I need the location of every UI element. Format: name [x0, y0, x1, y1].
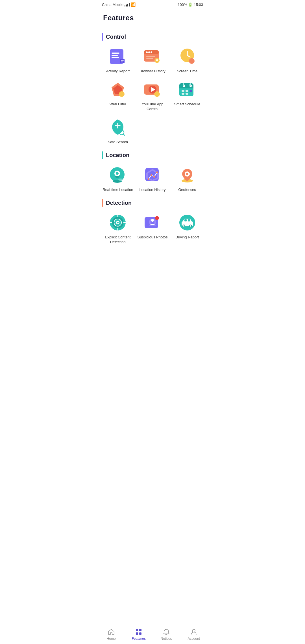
svg-rect-16 — [156, 60, 158, 61]
section-title-control: Control — [106, 34, 126, 40]
svg-rect-79 — [136, 632, 138, 635]
nav-features-label: Features — [132, 637, 146, 641]
nav-account[interactable]: Account — [180, 628, 208, 641]
section-header-location: Location — [102, 151, 203, 159]
section-header-detection: Detection — [102, 199, 203, 207]
status-left: China Mobile 📶 — [102, 2, 136, 7]
battery-icon: 🔋 — [188, 3, 193, 7]
nav-notices-label: Notices — [161, 637, 172, 641]
svg-rect-78 — [139, 629, 141, 631]
svg-point-50 — [153, 176, 155, 178]
svg-point-48 — [148, 178, 149, 180]
battery-level: 100% — [178, 3, 187, 7]
svg-point-23 — [154, 91, 160, 97]
feature-safe-search[interactable]: Safe Search — [102, 117, 134, 145]
svg-rect-72 — [188, 219, 190, 221]
svg-point-51 — [156, 171, 158, 173]
realtime-location-icon — [108, 165, 128, 185]
section-bar-control — [102, 33, 103, 41]
svg-rect-5 — [121, 60, 124, 61]
section-title-detection: Detection — [106, 200, 132, 206]
svg-rect-33 — [189, 90, 192, 92]
feature-geofences[interactable]: Geofences — [171, 165, 203, 192]
svg-rect-3 — [112, 57, 119, 58]
svg-point-59 — [117, 222, 119, 223]
notices-icon — [163, 628, 170, 636]
explicit-content-label: Explicit Content Detection — [102, 235, 134, 245]
driving-report-label: Driving Report — [175, 235, 199, 240]
svg-point-81 — [192, 629, 195, 632]
nav-features[interactable]: Features — [125, 628, 153, 641]
svg-point-76 — [190, 225, 191, 227]
feature-driving-report[interactable]: Driving Report — [171, 212, 203, 245]
section-header-control: Control — [102, 33, 203, 41]
geofences-icon — [177, 165, 197, 185]
svg-rect-1 — [112, 53, 119, 54]
nav-home[interactable]: Home — [97, 628, 125, 641]
screen-time-label: Screen Time — [177, 69, 197, 74]
explicit-content-icon — [108, 212, 128, 233]
svg-point-49 — [151, 174, 152, 176]
feature-explicit-content[interactable]: Explicit Content Detection — [102, 212, 134, 245]
screen-time-icon — [177, 46, 197, 67]
svg-point-9 — [146, 51, 148, 53]
feature-suspicious-photos[interactable]: Suspicious Photos — [137, 212, 169, 245]
detection-grid: Explicit Content Detection — [102, 212, 203, 245]
svg-point-74 — [183, 225, 184, 227]
safe-search-icon — [108, 117, 128, 138]
section-title-location: Location — [106, 152, 129, 158]
suspicious-photos-icon — [142, 212, 163, 233]
svg-rect-71 — [184, 219, 187, 221]
feature-activity-report[interactable]: Activity Report — [102, 46, 134, 74]
svg-point-68 — [155, 216, 159, 220]
account-icon — [190, 628, 197, 636]
section-bar-detection — [102, 199, 103, 207]
feature-smart-schedule[interactable]: Smart Schedule — [171, 79, 203, 112]
browser-history-icon — [142, 46, 163, 67]
bottom-nav: Home Features Notices A — [97, 626, 208, 644]
feature-location-history[interactable]: Location History — [137, 165, 169, 192]
features-icon — [135, 628, 142, 636]
location-history-icon — [142, 165, 163, 185]
control-grid: Activity Report — [102, 46, 203, 145]
feature-youtube-app-control[interactable]: YouTube App Control — [137, 79, 169, 112]
svg-point-44 — [118, 179, 123, 181]
section-location: Location Real-time Location — [102, 151, 203, 192]
svg-point-11 — [151, 51, 152, 53]
svg-rect-30 — [189, 83, 191, 86]
suspicious-photos-label: Suspicious Photos — [138, 235, 168, 240]
smart-schedule-icon — [177, 79, 197, 100]
svg-point-54 — [186, 173, 188, 175]
section-control: Control Activity Report — [102, 33, 203, 145]
svg-rect-77 — [136, 629, 138, 631]
section-detection: Detection — [102, 199, 203, 245]
svg-point-10 — [148, 51, 150, 53]
svg-rect-32 — [186, 90, 188, 92]
geofences-label: Geofences — [178, 188, 196, 192]
svg-rect-26 — [179, 87, 193, 88]
feature-web-filter[interactable]: Web Filter — [102, 79, 134, 112]
svg-rect-80 — [139, 632, 141, 635]
smart-schedule-label: Smart Schedule — [174, 102, 200, 107]
svg-point-19 — [119, 91, 125, 97]
svg-rect-29 — [183, 83, 184, 86]
carrier-name: China Mobile — [102, 3, 123, 7]
svg-rect-31 — [182, 90, 184, 92]
driving-report-icon — [177, 212, 197, 233]
home-icon — [108, 628, 115, 636]
svg-rect-12 — [146, 56, 155, 57]
feature-screen-time[interactable]: Screen Time — [171, 46, 203, 74]
feature-realtime-location[interactable]: Real-time Location — [102, 165, 134, 192]
feature-browser-history[interactable]: Browser History — [137, 46, 169, 74]
svg-point-67 — [151, 219, 154, 222]
status-bar: China Mobile 📶 100% 🔋 15:03 — [97, 0, 208, 9]
wifi-icon: 📶 — [131, 2, 136, 7]
location-grid: Real-time Location Locatio — [102, 165, 203, 192]
nav-home-label: Home — [107, 637, 116, 641]
location-history-label: Location History — [139, 188, 165, 192]
youtube-app-control-icon — [142, 79, 163, 100]
nav-notices[interactable]: Notices — [152, 628, 180, 641]
page-title: Features — [97, 9, 208, 26]
web-filter-icon — [108, 79, 128, 100]
svg-point-18 — [189, 58, 195, 64]
